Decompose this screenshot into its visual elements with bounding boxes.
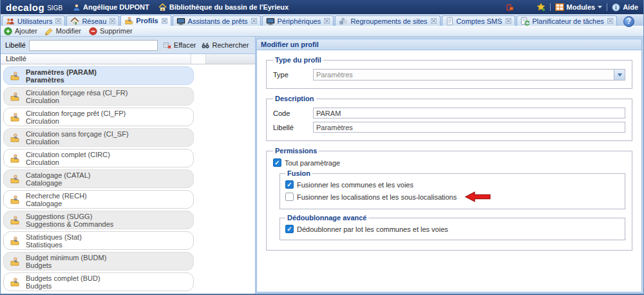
tab-profils[interactable]: Profils (120, 15, 171, 26)
tab-assistants-de-pr-ts[interactable]: Assistants de prêts (173, 15, 261, 26)
profile-list-item[interactable]: Recherche (RECH) Catalogage (3, 190, 194, 209)
profile-icon (10, 256, 20, 267)
clear-button-label: Effacer (174, 41, 196, 49)
profile-item-title: Circulation forçage prêt (CI_FP) (26, 109, 126, 117)
profile-list-item[interactable]: Circulation forçage résa (CI_FR) Circula… (3, 87, 194, 106)
edit-button-label: Modifier (56, 27, 81, 35)
profile-list-item[interactable]: Budgets complet (BUD) Budgets (3, 272, 194, 291)
tab-label: Profils (136, 17, 158, 24)
close-icon[interactable] (431, 18, 437, 24)
main-area: Libellé Effacer Rechercher Libellé Param (1, 37, 643, 294)
clear-icon (163, 41, 172, 50)
modules-label: Modules (567, 3, 596, 11)
favorites-star-icon[interactable] (536, 3, 545, 12)
delete-button[interactable]: Supprimer (89, 27, 133, 35)
tab-label: Planificateur de tâches (533, 17, 604, 25)
profile-list-item[interactable]: Catalogage (CATAL) Catalogage (3, 169, 194, 188)
column-header-libelle[interactable]: Libellé (1, 54, 191, 64)
disconnect-icon[interactable] (506, 3, 514, 12)
add-button-label: Ajouter (15, 27, 37, 35)
top-bar: decalog SIGB Angélique DUPONT Bibliothèq… (1, 0, 643, 14)
close-icon[interactable] (55, 18, 61, 24)
search-button[interactable]: Rechercher (201, 41, 249, 50)
tab-planificateur-de-t-ches[interactable]: Planificateur de tâches (516, 15, 617, 26)
divider (607, 3, 607, 11)
divider (550, 3, 551, 11)
checkbox-label[interactable]: Fusionner les localisations et les sous-… (297, 193, 457, 201)
help-badge[interactable]: ? (623, 16, 634, 27)
type-fieldset: Type du profil Type Paramètres (266, 56, 632, 89)
profile-icon (10, 195, 20, 205)
profile-item-subtitle: Suggestions & Commandes (26, 220, 113, 228)
profile-item-title: Circulation sans forçage (CI_SF) (26, 130, 129, 138)
profile-list-item[interactable]: Budget minimum (BUDM) Budgets (3, 252, 194, 271)
profile-list-item[interactable]: Circulation complet (CIRC) Circulation (3, 149, 194, 167)
profile-list-item[interactable]: Paramètres (PARAM) Paramètres (3, 66, 194, 85)
close-icon[interactable] (109, 18, 115, 24)
home-icon (158, 3, 167, 12)
current-user: Angélique DUPONT (73, 3, 149, 12)
checkbox[interactable] (285, 180, 294, 189)
help-label: Aide (623, 3, 638, 11)
tab-comptes-sms[interactable]: Comptes SMS (442, 15, 515, 26)
tab-p-riph-riques[interactable]: Périphériques (262, 15, 334, 26)
type-label: Type (273, 71, 313, 79)
type-combobox[interactable]: Paramètres (313, 69, 625, 81)
profile-list-item[interactable]: Suggestions (SUGG) Suggestions & Command… (3, 211, 194, 229)
description-fieldset: Description Code Libellé (266, 95, 632, 141)
scheduler-icon (520, 17, 530, 26)
profile-item-title: Budgets complet (BUD) (26, 274, 100, 282)
close-icon[interactable] (324, 18, 330, 24)
modules-menu[interactable]: Modules (555, 3, 603, 11)
libelle-field[interactable] (313, 122, 625, 133)
checkbox[interactable] (285, 225, 294, 233)
checkbox-label[interactable]: Dédoublonner par lot les communes et les… (297, 225, 448, 233)
close-icon[interactable] (162, 18, 167, 24)
profile-list-item[interactable]: Statistiques (Stat) Statistiques (3, 231, 194, 250)
code-row: Code (273, 108, 625, 119)
tab-utilisateurs[interactable]: Utilisateurs (2, 15, 65, 26)
profile-icon (10, 153, 20, 164)
user-icon (73, 3, 80, 12)
close-icon[interactable] (506, 18, 511, 24)
close-icon[interactable] (607, 18, 613, 24)
users-icon (6, 17, 15, 26)
profile-item-subtitle: Budgets (26, 282, 100, 290)
checkbox-row: Dédoublonner par lot les communes et les… (285, 225, 620, 233)
search-button-label: Rechercher (212, 41, 249, 49)
profile-item-subtitle: Circulation (26, 138, 129, 146)
toolbar: Ajouter Modifier Supprimer (1, 26, 643, 37)
profile-icon (124, 16, 133, 25)
edit-button[interactable]: Modifier (45, 27, 81, 35)
checkbox-label[interactable]: Tout paramètrage (285, 159, 340, 167)
profile-icon (10, 91, 20, 102)
help-menu[interactable]: Aide (612, 3, 638, 12)
checkbox-row: Fusionner les communes et les voies (285, 180, 620, 189)
app-logo: decalog (6, 2, 44, 13)
profile-list-item[interactable]: Circulation forçage prêt (CI_FP) Circula… (3, 108, 194, 126)
dedup-fieldset-legend: Dédoublonnage avancé (285, 214, 368, 222)
tab-r-seau[interactable]: Réseau (66, 15, 119, 26)
combo-dropdown-button[interactable] (614, 70, 625, 80)
permissions-options: Tout paramètrage (273, 158, 625, 167)
column-gap (191, 54, 205, 64)
current-user-name: Angélique DUPONT (83, 3, 149, 11)
delete-button-label: Supprimer (100, 27, 133, 35)
profile-item-subtitle: Catalogage (26, 200, 87, 207)
code-field[interactable] (313, 108, 625, 119)
add-button[interactable]: Ajouter (4, 27, 37, 35)
checkbox-label[interactable]: Fusionner les communes et les voies (297, 181, 413, 189)
tab-regroupements-de-sites[interactable]: Regroupements de sites (335, 15, 440, 26)
profile-list-item[interactable]: Circulation sans forçage (CI_SF) Circula… (3, 128, 194, 147)
checkbox[interactable] (273, 158, 281, 167)
checkbox[interactable] (285, 193, 294, 201)
profile-item-title: Suggestions (SUGG) (26, 213, 113, 220)
close-icon[interactable] (251, 18, 257, 24)
profile-item-subtitle: Circulation (26, 97, 128, 104)
checkbox-row: Fusionner les localisations et les sous-… (285, 191, 620, 202)
fusion-options: Fusionner les communes et les voies Fusi… (285, 180, 620, 202)
profile-item-title: Catalogage (CATAL) (26, 171, 90, 179)
search-input[interactable] (29, 40, 158, 51)
description-fieldset-legend: Description (273, 95, 316, 102)
clear-button[interactable]: Effacer (163, 41, 196, 50)
